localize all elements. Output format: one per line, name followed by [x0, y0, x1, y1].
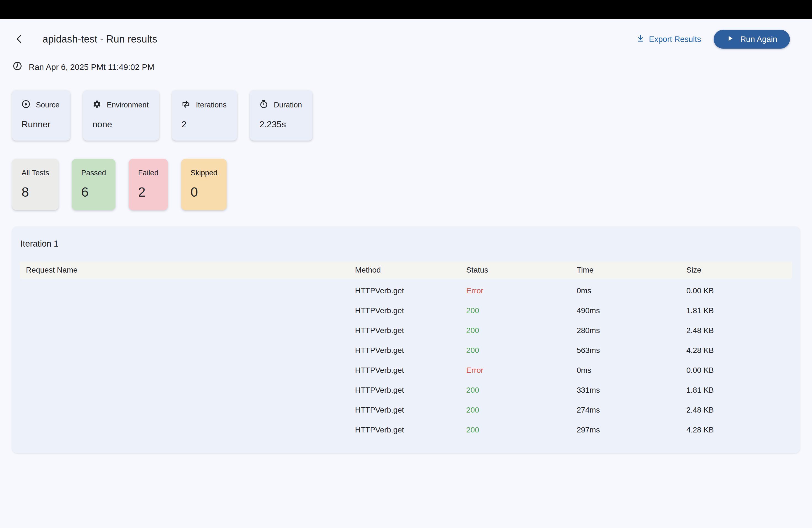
stat-card[interactable]: Skipped 0: [181, 159, 227, 210]
stat-card-label: Passed: [81, 169, 106, 177]
run-again-button[interactable]: Run Again: [714, 30, 790, 48]
cell-status: 200: [466, 326, 577, 335]
cell-size: 2.48 KB: [686, 326, 792, 335]
info-card-label: Iterations: [196, 101, 227, 109]
app-window: apidash-test - Run results Export Result…: [0, 0, 812, 528]
cell-size: 2.48 KB: [686, 406, 792, 414]
column-header-status: Status: [466, 266, 577, 275]
cell-method: HTTPVerb.get: [355, 366, 466, 375]
cell-size: 0.00 KB: [686, 366, 792, 375]
header-actions: Export Results Run Again: [636, 30, 790, 48]
gear-icon: [92, 100, 101, 111]
table-row: HTTPVerb.get 200 563ms 4.28 KB: [20, 340, 792, 361]
stat-card-label: Skipped: [191, 169, 218, 177]
info-card: Duration 2.235s: [250, 90, 313, 141]
cell-status: Error: [466, 287, 577, 295]
info-card-label: Environment: [107, 101, 149, 109]
table-header: Request Name Method Status Time Size: [20, 262, 792, 279]
stat-card[interactable]: Passed 6: [72, 159, 115, 210]
stat-card-value: 2: [138, 185, 159, 200]
cell-method: HTTPVerb.get: [355, 346, 466, 355]
chevron-left-icon: [14, 34, 25, 45]
cell-method: HTTPVerb.get: [355, 386, 466, 395]
stat-card[interactable]: All Tests 8: [12, 159, 59, 210]
iteration-section: Iteration 1 Request Name Method Status T…: [12, 227, 800, 453]
table-row: HTTPVerb.get 200 331ms 1.81 KB: [20, 380, 792, 400]
stat-card-label: Failed: [138, 169, 159, 177]
cell-method: HTTPVerb.get: [355, 287, 466, 295]
run-info-cards: Source Runner Environment none Iteration…: [12, 90, 800, 141]
run-timestamp: Ran Apr 6, 2025 PMt 11:49:02 PM: [12, 61, 800, 73]
table-row: HTTPVerb.get 200 274ms 2.48 KB: [20, 400, 792, 420]
table-row: HTTPVerb.get 200 297ms 4.28 KB: [20, 420, 792, 440]
column-header-method: Method: [355, 266, 466, 275]
back-button[interactable]: [13, 33, 25, 45]
play-icon: [726, 34, 734, 44]
cell-status: 200: [466, 346, 577, 355]
stat-card[interactable]: Failed 2: [129, 159, 168, 210]
stat-card-value: 0: [191, 185, 218, 200]
table-body: HTTPVerb.get Error 0ms 0.00 KB HTTPVerb.…: [20, 281, 792, 440]
cell-status: Error: [466, 366, 577, 375]
stat-card-value: 6: [81, 185, 106, 200]
stat-card-label: All Tests: [21, 169, 49, 177]
iteration-title: Iteration 1: [20, 239, 792, 249]
cell-size: 4.28 KB: [686, 426, 792, 435]
export-results-button[interactable]: Export Results: [636, 34, 701, 45]
info-card-value: Runner: [21, 119, 60, 130]
cell-time: 297ms: [577, 426, 686, 435]
play-circle-icon: [21, 100, 30, 111]
download-icon: [636, 34, 645, 45]
cell-time: 490ms: [577, 306, 686, 315]
run-again-label: Run Again: [740, 35, 777, 44]
cell-method: HTTPVerb.get: [355, 406, 466, 414]
table-row: HTTPVerb.get 200 280ms 2.48 KB: [20, 321, 792, 340]
page-title: apidash-test - Run results: [43, 33, 157, 45]
info-card: Environment none: [83, 90, 159, 141]
repeat-icon: [182, 100, 190, 111]
table-row: HTTPVerb.get Error 0ms 0.00 KB: [20, 281, 792, 301]
cell-size: 1.81 KB: [686, 386, 792, 395]
cell-time: 280ms: [577, 326, 686, 335]
column-header-time: Time: [577, 266, 686, 275]
cell-time: 0ms: [577, 287, 686, 295]
table-row: HTTPVerb.get 200 490ms 1.81 KB: [20, 301, 792, 321]
column-header-size: Size: [686, 266, 792, 275]
window-titlebar: [0, 0, 812, 19]
cell-time: 0ms: [577, 366, 686, 375]
table-row: HTTPVerb.get Error 0ms 0.00 KB: [20, 361, 792, 380]
info-card-value: 2: [182, 119, 227, 130]
cell-status: 200: [466, 306, 577, 315]
clock-icon: [13, 61, 22, 73]
page-header: apidash-test - Run results Export Result…: [12, 29, 800, 49]
run-results-page: apidash-test - Run results Export Result…: [0, 29, 812, 453]
cell-size: 1.81 KB: [686, 306, 792, 315]
cell-size: 0.00 KB: [686, 287, 792, 295]
cell-method: HTTPVerb.get: [355, 426, 466, 435]
info-card: Source Runner: [12, 90, 70, 141]
cell-time: 563ms: [577, 346, 686, 355]
info-card-value: none: [92, 119, 149, 130]
run-timestamp-text: Ran Apr 6, 2025 PMt 11:49:02 PM: [29, 62, 155, 72]
test-stat-cards: All Tests 8 Passed 6 Failed 2 Skipped 0: [12, 159, 800, 210]
info-card-label: Source: [36, 101, 60, 109]
stopwatch-icon: [259, 100, 268, 111]
export-results-label: Export Results: [649, 35, 701, 44]
column-header-request-name: Request Name: [20, 266, 355, 275]
cell-status: 200: [466, 406, 577, 414]
info-card-label: Duration: [274, 101, 302, 109]
info-card: Iterations 2: [172, 90, 237, 141]
cell-time: 274ms: [577, 406, 686, 414]
cell-status: 200: [466, 386, 577, 395]
cell-time: 331ms: [577, 386, 686, 395]
cell-status: 200: [466, 426, 577, 435]
cell-method: HTTPVerb.get: [355, 306, 466, 315]
stat-card-value: 8: [21, 185, 49, 200]
cell-size: 4.28 KB: [686, 346, 792, 355]
info-card-value: 2.235s: [259, 119, 302, 130]
cell-method: HTTPVerb.get: [355, 326, 466, 335]
